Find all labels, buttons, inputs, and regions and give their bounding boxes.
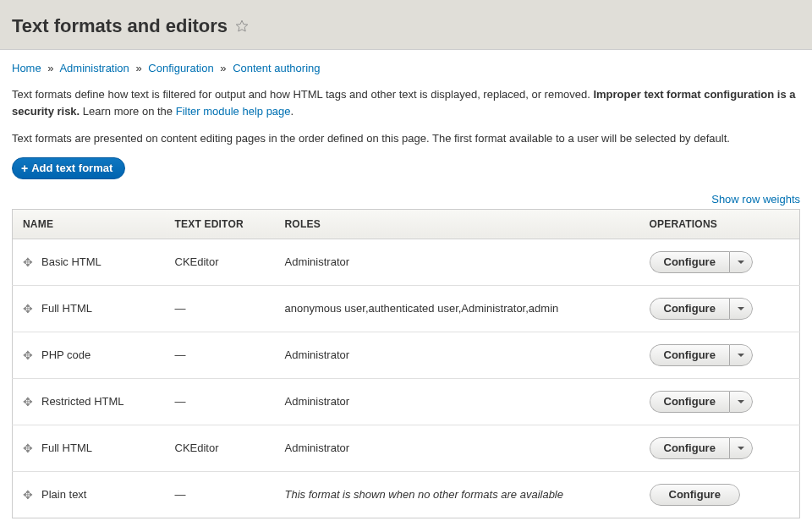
drag-handle-icon[interactable]: ✥ [23,302,33,315]
configure-button[interactable]: Configure [650,484,740,506]
col-header-name: NAME [13,209,165,239]
configure-button[interactable]: Configure [650,344,729,366]
format-name: Basic HTML [41,255,102,268]
editor-cell: CKEditor [165,425,275,471]
text-formats-table: NAME TEXT EDITOR ROLES OPERATIONS ✥Basic… [12,209,800,518]
page-title: Text formats and editors [12,15,250,37]
breadcrumb-administration[interactable]: Administration [59,62,129,74]
drag-handle-icon[interactable]: ✥ [23,395,33,409]
intro-text-2: Text formats are presented on content ed… [12,130,800,147]
drag-handle-icon[interactable]: ✥ [23,255,33,269]
table-row: ✥Restricted HTML—AdministratorConfigure [13,378,800,425]
page-title-text: Text formats and editors [12,15,228,37]
roles-cell: Administrator [275,332,639,378]
format-name: Full HTML [41,442,92,454]
breadcrumb-configuration[interactable]: Configuration [148,62,213,74]
table-row: ✥PHP code—AdministratorConfigure [13,332,800,378]
editor-cell: — [165,471,275,518]
format-name: Full HTML [41,302,92,315]
operations-dropbutton: Configure [650,344,753,366]
configure-button[interactable]: Configure [650,298,729,320]
operations-dropbutton: Configure [650,437,753,459]
col-header-operations: OPERATIONS [639,209,800,239]
plus-icon: + [21,162,28,175]
filter-help-link[interactable]: Filter module help page [176,105,291,118]
operations-dropbutton: Configure [650,391,753,413]
format-name: Restricted HTML [41,395,124,408]
dropbutton-arrow[interactable] [729,251,753,273]
roles-cell: This format is shown when no other forma… [275,471,639,518]
dropbutton-arrow[interactable] [729,391,753,413]
operations-dropbutton: Configure [650,251,753,273]
page-header: Text formats and editors [0,0,812,50]
show-row-weights-link[interactable]: Show row weights [711,193,800,206]
operations-dropbutton: Configure [650,484,740,506]
configure-button[interactable]: Configure [650,251,729,273]
breadcrumb: Home » Administration » Configuration » … [12,62,800,74]
configure-button[interactable]: Configure [650,391,729,413]
configure-button[interactable]: Configure [650,437,729,459]
roles-cell: Administrator [275,425,639,471]
drag-handle-icon[interactable]: ✥ [23,442,33,455]
col-header-roles: ROLES [275,209,639,239]
dropbutton-arrow[interactable] [729,298,753,320]
editor-cell: CKEditor [165,239,275,285]
drag-handle-icon[interactable]: ✥ [23,488,33,502]
dropbutton-arrow[interactable] [729,344,753,366]
table-row: ✥Full HTMLCKEditorAdministratorConfigure [13,425,800,471]
editor-cell: — [165,285,275,332]
format-name: PHP code [41,348,91,361]
roles-cell: anonymous user,authenticated user,Admini… [275,285,639,332]
editor-cell: — [165,332,275,378]
dropbutton-arrow[interactable] [729,437,753,459]
format-name: Plain text [41,488,86,501]
col-header-editor: TEXT EDITOR [165,209,275,239]
add-text-format-button[interactable]: + Add text format [12,157,125,179]
editor-cell: — [165,378,275,425]
operations-dropbutton: Configure [650,298,753,320]
star-icon[interactable] [234,19,250,34]
breadcrumb-content-authoring[interactable]: Content authoring [233,62,320,74]
table-row: ✥Plain text—This format is shown when no… [13,471,800,518]
table-row: ✥Full HTML—anonymous user,authenticated … [13,285,800,332]
table-row: ✥Basic HTMLCKEditorAdministratorConfigur… [13,239,800,285]
drag-handle-icon[interactable]: ✥ [23,348,33,362]
intro-text-1: Text formats define how text is filtered… [12,86,800,119]
roles-cell: Administrator [275,239,639,285]
roles-cell: Administrator [275,378,639,425]
breadcrumb-home[interactable]: Home [12,62,41,74]
